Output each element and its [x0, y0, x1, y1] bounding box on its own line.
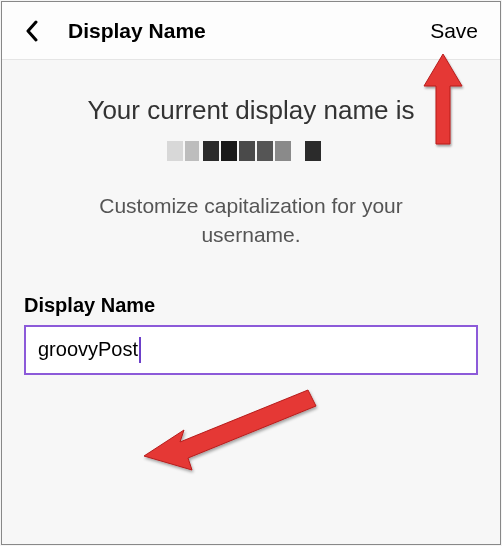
back-button[interactable] — [18, 17, 46, 45]
subtext-line2: username. — [201, 223, 300, 246]
chevron-left-icon — [25, 20, 39, 42]
heading-text: Your current display name is — [87, 95, 414, 125]
display-name-field-section: Display Name groovyPost — [22, 294, 480, 375]
text-cursor — [139, 337, 141, 363]
header: Display Name Save — [2, 2, 500, 60]
subtext-line1: Customize capitalization for your — [99, 194, 402, 217]
page-title: Display Name — [68, 19, 206, 43]
display-name-label: Display Name — [24, 294, 478, 317]
redacted-username — [161, 137, 341, 165]
input-value: groovyPost — [38, 338, 138, 361]
instruction-text: Customize capitalization for your userna… — [22, 191, 480, 250]
save-button[interactable]: Save — [430, 19, 484, 43]
display-name-input[interactable]: groovyPost — [24, 325, 478, 375]
current-name-heading: Your current display name is — [22, 92, 480, 165]
content: Your current display name is Customize c… — [2, 60, 500, 375]
